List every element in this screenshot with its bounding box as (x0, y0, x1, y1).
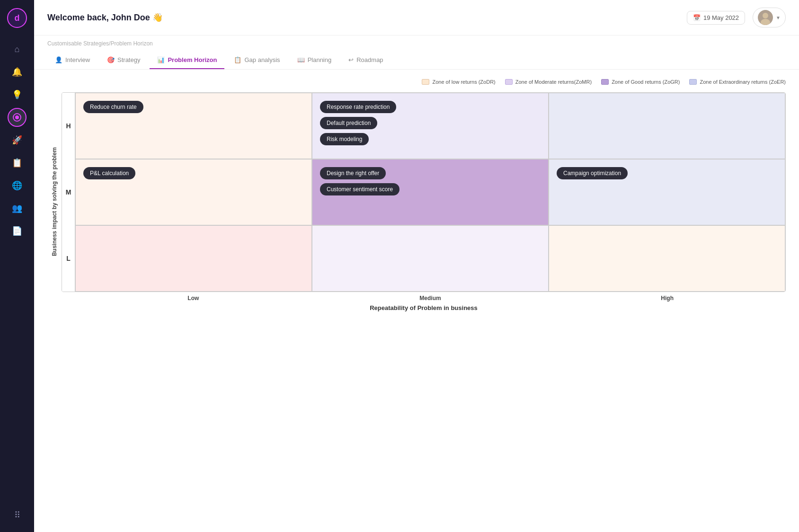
tabs: 👤 Interview 🎯 Strategy 📊 Problem Horizon… (34, 52, 799, 70)
sidebar-item-rocket[interactable]: 🚀 (8, 131, 27, 150)
sidebar-item-ideas[interactable]: 💡 (8, 85, 27, 104)
sidebar-item-strategy[interactable] (8, 108, 27, 127)
strategy-icon: 🎯 (107, 56, 115, 63)
legend-item-zogr: Zone of Good returns (ZoGR) (601, 79, 680, 85)
row-label-h: H (62, 93, 75, 159)
cell-m-low: P&L calculation (75, 159, 312, 225)
svg-text:d: d (15, 13, 20, 23)
cell-m-medium: Design the right offer Customer sentimen… (312, 159, 549, 225)
planning-icon: 📖 (297, 56, 305, 63)
cell-h-low: Reduce churn rate (75, 93, 312, 159)
content-area: Zone of low returns (ZoDR) Zone of Moder… (34, 70, 799, 532)
cell-h-high (549, 93, 785, 159)
tag-pl-calculation[interactable]: P&L calculation (83, 167, 135, 179)
chevron-down-icon: ▼ (776, 15, 781, 20)
cell-m-high: Campaign optimization (549, 159, 785, 225)
tag-customer-sentiment[interactable]: Customer sentiment score (320, 183, 400, 195)
legend-label-zomr: Zone of Moderate returns(ZoMR) (515, 79, 592, 85)
sidebar-item-notifications[interactable]: 🔔 (8, 62, 27, 81)
legend-swatch-zoer (689, 79, 697, 85)
topbar: Welcome back, John Doe 👋 📅 19 May 2022 ▼ (34, 0, 799, 35)
legend: Zone of low returns (ZoDR) Zone of Moder… (47, 79, 786, 85)
tag-reduce-churn-rate[interactable]: Reduce churn rate (83, 101, 143, 113)
page-title: Welcome back, John Doe 👋 (47, 12, 163, 23)
logo[interactable]: d (7, 8, 27, 30)
gap-analysis-icon: 📋 (234, 56, 241, 63)
tab-strategy[interactable]: 🎯 Strategy (99, 52, 148, 69)
calendar-icon: 📅 (693, 14, 701, 21)
roadmap-icon: ↩ (348, 56, 354, 63)
date-badge: 📅 19 May 2022 (687, 11, 745, 25)
avatar (758, 10, 773, 25)
row-label-l: L (62, 225, 75, 292)
cell-l-medium (312, 225, 549, 292)
tag-risk-modeling[interactable]: Risk modeling (320, 133, 369, 145)
x-label-low: Low (75, 295, 312, 301)
tab-interview[interactable]: 👤 Interview (47, 52, 98, 69)
cell-l-high (549, 225, 785, 292)
matrix-wrapper: Business impact by solving the problem H… (47, 92, 786, 311)
date-text: 19 May 2022 (703, 14, 739, 21)
sidebar-item-home[interactable]: ⌂ (8, 40, 27, 59)
sidebar-item-users[interactable]: 👥 (8, 199, 27, 218)
tag-default-prediction[interactable]: Default prediction (320, 117, 377, 129)
x-axis: Low Medium High (62, 295, 786, 301)
sidebar-item-globe[interactable]: 🌐 (8, 176, 27, 195)
row-label-m: M (62, 159, 75, 225)
legend-label-zogr: Zone of Good returns (ZoGR) (612, 79, 680, 85)
legend-swatch-zomr (505, 79, 513, 85)
y-axis-label: Business impact by solving the problem (47, 147, 62, 256)
cell-l-low (75, 225, 312, 292)
tag-design-right-offer[interactable]: Design the right offer (320, 167, 386, 179)
matrix-grid: H Reduce churn rate Response rate predic… (62, 92, 786, 292)
tag-response-rate[interactable]: Response rate prediction (320, 101, 396, 113)
tag-campaign-optimization[interactable]: Campaign optimization (557, 167, 628, 179)
x-label-high: High (549, 295, 786, 301)
svg-point-5 (763, 13, 768, 18)
sidebar-item-clipboard[interactable]: 📋 (8, 153, 27, 172)
legend-label-zoer: Zone of Extraordinary returns (ZoER) (700, 79, 786, 85)
user-profile[interactable]: ▼ (753, 8, 786, 27)
x-label-medium: Medium (312, 295, 549, 301)
sidebar-item-document[interactable]: 📄 (8, 222, 27, 240)
breadcrumb: Customisable Strategies/Problem Horizon (34, 35, 799, 52)
tab-gap-analysis[interactable]: 📋 Gap analysis (226, 52, 287, 69)
tab-roadmap[interactable]: ↩ Roadmap (341, 52, 391, 69)
legend-swatch-zogr (601, 79, 609, 85)
topbar-right: 📅 19 May 2022 ▼ (687, 8, 786, 27)
legend-swatch-zodr (422, 79, 429, 85)
cell-h-medium: Response rate prediction Default predict… (312, 93, 549, 159)
x-axis-main-label: Repeatability of Problem in business (62, 304, 786, 311)
legend-item-zodr: Zone of low returns (ZoDR) (422, 79, 495, 85)
matrix-body: H Reduce churn rate Response rate predic… (62, 92, 786, 311)
main-content: Welcome back, John Doe 👋 📅 19 May 2022 ▼… (34, 0, 799, 532)
legend-item-zoer: Zone of Extraordinary returns (ZoER) (689, 79, 786, 85)
svg-point-3 (15, 115, 19, 119)
tab-problem-horizon[interactable]: 📊 Problem Horizon (150, 52, 224, 69)
sidebar: d ⌂ 🔔 💡 🚀 📋 🌐 👥 📄 ⠿ (0, 0, 34, 532)
problem-horizon-icon: 📊 (157, 56, 165, 63)
legend-item-zomr: Zone of Moderate returns(ZoMR) (505, 79, 592, 85)
legend-label-zodr: Zone of low returns (ZoDR) (432, 79, 495, 85)
interview-icon: 👤 (55, 56, 62, 63)
tab-planning[interactable]: 📖 Planning (290, 52, 339, 69)
sidebar-item-grid[interactable]: ⠿ (8, 505, 27, 524)
